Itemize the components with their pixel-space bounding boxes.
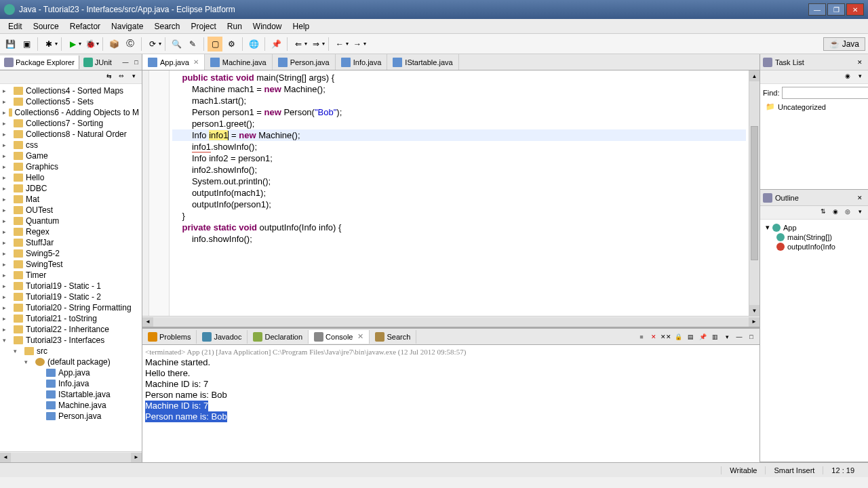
view-menu-icon[interactable]: ▾ [128,70,139,81]
collapse-all-icon[interactable]: ⇆ [104,70,115,81]
terminate-icon[interactable]: ■ [636,331,647,342]
tree-item[interactable]: ▾Tutorial23 - Interfaces [0,335,142,346]
menu-window[interactable]: Window [248,20,288,33]
menu-search[interactable]: Search [149,20,185,33]
menu-source[interactable]: Source [28,20,64,33]
menu-navigate[interactable]: Navigate [106,20,149,33]
max-console-icon[interactable]: □ [746,331,757,342]
save-icon[interactable]: 💾 [3,37,18,52]
tree-item[interactable]: ▸Collections8 - Natural Order [0,129,142,140]
editor-tab[interactable]: Info.java [336,54,388,70]
tasklist-tb2[interactable]: ▾ [854,70,865,81]
tree-item[interactable]: ▾src [0,346,142,357]
uncategorized-item[interactable]: 📁 Uncategorized [763,102,865,112]
task-icon[interactable]: ▢ [208,37,222,52]
tree-item[interactable]: ▸Collections6 - Adding Objects to M [0,107,142,118]
tree-item[interactable]: ▸Tutorial21 - toString [0,313,142,324]
code-area[interactable]: public static void main(String[] args) {… [170,70,749,316]
tab-package-explorer[interactable]: Package Explorer [0,56,79,69]
minimize-panel-icon[interactable]: — [120,57,131,68]
new-package-icon[interactable]: 📦 [106,37,121,52]
open-type-icon[interactable]: ⟳ [145,37,160,52]
maximize-panel-icon[interactable]: □ [131,57,142,68]
tree-item[interactable]: ▸Tutorial19 - Static - 1 [0,281,142,291]
bottom-tab-declaration[interactable]: Declaration [248,330,309,344]
tree-item[interactable]: ▸StuffJar [0,237,142,248]
menu-help[interactable]: Help [288,20,315,33]
close-outline-icon[interactable]: ✕ [854,192,865,203]
tree-item[interactable]: IStartable.java [0,389,142,400]
tree-item[interactable]: ▸Tutorial22 - Inheritance [0,324,142,335]
editor-hscrollbar[interactable]: ◄► [142,316,760,327]
tree-item[interactable]: ▸Collections7 - Sorting [0,118,142,129]
bottom-tab-problems[interactable]: Problems [142,330,197,344]
tab-junit[interactable]: JUnit [79,56,116,69]
outline-sort-icon[interactable]: ⇅ [818,206,829,217]
tree-item[interactable]: ▸Graphics [0,161,142,172]
outline-item[interactable]: main(String[]) [763,232,865,242]
outline-tree[interactable]: ▾Appmain(String[])outputInfo(Info [760,220,868,254]
display-console-icon[interactable]: ▥ [709,331,720,342]
tree-item[interactable]: ▸Tutorial20 - String Formatting [0,302,142,313]
back-icon[interactable]: ← [332,37,347,52]
tree-item[interactable]: App.java [0,367,142,378]
pin-console-icon[interactable]: 📌 [697,331,708,342]
outline-filter-icon[interactable]: ◉ [830,206,841,217]
tasklist-tb1[interactable]: ◉ [842,70,853,81]
menu-refactor[interactable]: Refactor [64,20,106,33]
editor-tab[interactable]: Person.java [273,54,336,70]
tree-item[interactable]: ▸JDBC [0,183,142,194]
menu-run[interactable]: Run [222,20,248,33]
new-class-icon[interactable]: Ⓒ [123,37,138,52]
nav-fwd-icon[interactable]: ⇒ [309,37,323,52]
link-editor-icon[interactable]: ⇔ [116,70,127,81]
outline-item[interactable]: outputInfo(Info [763,242,865,251]
menu-project[interactable]: Project [185,20,221,33]
tree-item[interactable]: ▸Mat [0,194,142,205]
fwd-icon[interactable]: → [350,37,365,52]
minimize-button[interactable]: — [808,3,826,16]
project-tree[interactable]: ▸Collections4 - Sorted Maps▸Collections5… [0,84,142,451]
new-icon[interactable]: ✱ [41,37,56,52]
tree-item[interactable]: ▸Timer [0,270,142,281]
tree-item[interactable]: Info.java [0,378,142,389]
tree-item[interactable]: ▸Hello [0,172,142,183]
min-console-icon[interactable]: — [734,331,745,342]
close-button[interactable]: ✕ [846,3,864,16]
tree-item[interactable]: ▸Quantum [0,216,142,226]
editor-tab[interactable]: App.java✕ [142,54,205,70]
bottom-tab-search[interactable]: Search [370,330,416,344]
globe-icon[interactable]: 🌐 [246,37,261,52]
open-console-icon[interactable]: ▾ [722,331,732,342]
outline-hide-icon[interactable]: ◎ [842,206,853,217]
tree-item[interactable]: ▸css [0,140,142,150]
tree-item[interactable]: ▸Game [0,150,142,161]
maximize-button[interactable]: ❐ [827,3,845,16]
debug-icon[interactable]: 🐞 [83,37,98,52]
wand-icon[interactable]: ✎ [185,37,200,52]
search-icon[interactable]: 🔍 [169,37,184,52]
close-tasklist-icon[interactable]: ✕ [854,57,865,68]
run-icon[interactable]: ▶ [65,37,80,52]
editor-tab[interactable]: IStartable.java [387,54,458,70]
editor-tab[interactable]: Machine.java [205,54,273,70]
tree-item[interactable]: ▸Tutorial19 - Static - 2 [0,291,142,302]
tree-item[interactable]: ▸Swing5-2 [0,248,142,259]
folding-ruler[interactable] [142,70,149,316]
tree-item[interactable]: ▸Collections5 - Sets [0,96,142,107]
find-input[interactable] [782,87,868,99]
save-all-icon[interactable]: ▣ [19,37,34,52]
tree-item[interactable]: ▸SwingTest [0,259,142,270]
bottom-tab-console[interactable]: Console✕ [309,330,370,344]
scroll-lock-icon[interactable]: 🔒 [673,331,684,342]
link-icon[interactable]: ⚙ [224,37,239,52]
outline-item[interactable]: ▾App [763,222,865,232]
remove-all-icon[interactable]: ✕✕ [660,331,671,342]
nav-back-icon[interactable]: ⇐ [291,37,306,52]
bottom-tab-javadoc[interactable]: Javadoc [197,330,248,344]
tree-item[interactable]: ▸OUTest [0,205,142,216]
perspective-java[interactable]: ☕ Java [823,37,865,51]
outline-menu-icon[interactable]: ▾ [854,206,865,217]
vscrollbar[interactable]: ▲ ▼ [749,70,760,316]
remove-icon[interactable]: ✕ [648,331,659,342]
